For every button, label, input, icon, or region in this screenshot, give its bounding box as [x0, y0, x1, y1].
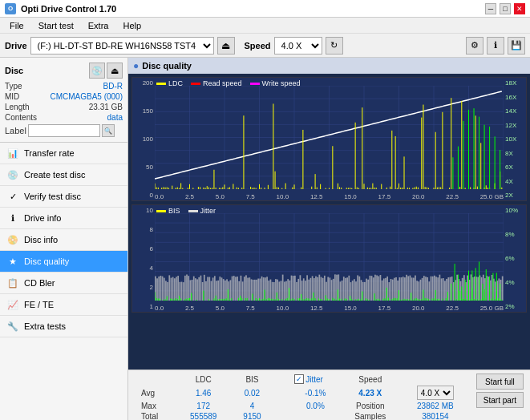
- nav-drive-info[interactable]: ℹ Drive info: [0, 208, 127, 229]
- nav-transfer-rate[interactable]: 📊 Transfer rate: [0, 143, 127, 164]
- disc-label-input[interactable]: [28, 124, 100, 137]
- nav-create-test-disc-label: Create test disc: [24, 170, 85, 180]
- chart-top-x-axis: 0.0 2.5 5.0 7.5 10.0 12.5 15.0 17.5 20.0…: [155, 193, 504, 200]
- disc-contents-value: data: [107, 113, 123, 122]
- drive-info-icon: ℹ: [6, 212, 19, 224]
- menu-file[interactable]: File: [3, 19, 30, 32]
- disc-icon-btn[interactable]: 💿: [89, 63, 105, 79]
- chart-bottom-legend: BIS Jitter: [156, 207, 216, 215]
- max-bis: 4: [231, 401, 273, 411]
- nav-verify-test-disc[interactable]: ✓ Verify test disc: [0, 186, 127, 208]
- position-value: 23862 MB: [401, 401, 470, 411]
- avg-speed-selector[interactable]: 4.0 X: [417, 386, 454, 400]
- legend-bis-dot: [156, 210, 166, 212]
- eject-button[interactable]: ⏏: [217, 37, 235, 55]
- disc-mid-value: CMCMAGBA5 (000): [50, 92, 123, 101]
- legend-ldc-label: LDC: [168, 79, 183, 87]
- stats-row: LDC BIS ✓ Jitter Speed Avg: [135, 374, 524, 420]
- avg-empty: [273, 385, 291, 401]
- chart-top: LDC Read speed Write speed 200 150: [131, 77, 527, 201]
- nav-cd-bler-label: CD Bler: [24, 278, 55, 288]
- chart-bottom-y-left: 10 8 6 4 2 1: [132, 205, 155, 312]
- disc-label-btn[interactable]: 🔍: [102, 124, 115, 137]
- legend-write-dot: [250, 83, 260, 85]
- transfer-rate-icon: 📊: [6, 147, 19, 160]
- disc-type-row: Type BD-R: [5, 82, 123, 91]
- col-speed: Speed: [340, 374, 401, 385]
- jitter-label: Jitter: [305, 375, 323, 384]
- disc-type-label: Type: [5, 82, 22, 91]
- start-full-button[interactable]: Start full: [476, 374, 524, 390]
- disc-eject-btn[interactable]: ⏏: [107, 63, 123, 79]
- jitter-checkbox[interactable]: ✓: [294, 374, 304, 384]
- charts-area: LDC Read speed Write speed 200 150: [128, 74, 530, 370]
- avg-bis: 0.02: [231, 385, 273, 401]
- avg-ldc: 1.46: [176, 385, 230, 401]
- drive-selector[interactable]: (F:) HL-DT-ST BD-RE WH16NS58 TST4: [30, 37, 214, 55]
- max-label: Max: [135, 401, 176, 411]
- disc-length-row: Length 23.31 GB: [5, 103, 123, 111]
- max-jitter: 0.0%: [291, 401, 340, 411]
- minimize-button[interactable]: ─: [485, 3, 496, 14]
- nav-disc-quality[interactable]: ★ Disc quality: [0, 251, 127, 273]
- app-title: Opti Drive Control 1.70: [21, 4, 116, 14]
- position-label: Position: [340, 401, 401, 411]
- nav-extra-tests[interactable]: 🔧 Extra tests: [0, 316, 127, 337]
- disc-info-icon: 📀: [6, 233, 19, 246]
- app-icon: O: [5, 3, 16, 14]
- menu-extra[interactable]: Extra: [82, 19, 115, 32]
- title-bar-left: O Opti Drive Control 1.70: [5, 3, 116, 14]
- nav-drive-info-label: Drive info: [24, 213, 61, 223]
- nav-disc-info-label: Disc info: [24, 235, 58, 244]
- fe-te-icon: 📈: [6, 298, 19, 311]
- menu-start-test[interactable]: Start test: [32, 19, 80, 32]
- speed-selector[interactable]: 4.0 X: [274, 37, 322, 55]
- disc-mid-label: MID: [5, 92, 19, 101]
- nav-cd-bler[interactable]: 📋 CD Bler: [0, 273, 127, 294]
- avg-speed-select: 4.0 X: [401, 385, 470, 401]
- legend-write-label: Write speed: [262, 79, 301, 87]
- bottom-chart-canvas: [155, 213, 504, 301]
- nav-fe-te-label: FE / TE: [24, 300, 54, 309]
- close-button[interactable]: ✕: [514, 3, 525, 14]
- settings-button[interactable]: ⚙: [466, 37, 483, 55]
- menu-bar: File Start test Extra Help: [0, 18, 530, 34]
- avg-jitter: -0.1%: [291, 385, 340, 401]
- save-button[interactable]: 💾: [508, 37, 525, 55]
- title-controls: ─ □ ✕: [485, 3, 525, 14]
- total-empty2: [291, 411, 340, 420]
- nav-fe-te[interactable]: 📈 FE / TE: [0, 294, 127, 316]
- disc-quality-title: Disc quality: [142, 61, 192, 71]
- disc-label-text: Label: [5, 126, 26, 135]
- total-bis: 9150: [231, 411, 273, 420]
- disc-length-label: Length: [5, 103, 30, 111]
- legend-read: Read speed: [191, 79, 242, 87]
- nav-create-test-disc[interactable]: 💿 Create test disc: [0, 164, 127, 186]
- chart-bottom-x-axis: 0.0 2.5 5.0 7.5 10.0 12.5 15.0 17.5 20.0…: [155, 305, 504, 312]
- legend-jitter: Jitter: [188, 207, 216, 215]
- drive-toolbar: Drive (F:) HL-DT-ST BD-RE WH16NS58 TST4 …: [0, 34, 530, 58]
- max-ldc: 172: [176, 401, 230, 411]
- nav-disc-info[interactable]: 📀 Disc info: [0, 229, 127, 251]
- disc-length-value: 23.31 GB: [89, 103, 123, 111]
- maximize-button[interactable]: □: [500, 3, 511, 14]
- legend-write: Write speed: [250, 79, 301, 87]
- col-empty2: [273, 374, 291, 385]
- info-button[interactable]: ℹ: [487, 37, 504, 55]
- start-part-button[interactable]: Start part: [476, 392, 524, 408]
- col-ldc: LDC: [176, 374, 230, 385]
- total-label: Total: [135, 411, 176, 420]
- extra-tests-icon: 🔧: [6, 320, 19, 333]
- chart-bottom: BIS Jitter 10 8 6 4 2 1: [131, 204, 527, 313]
- verify-test-disc-icon: ✓: [6, 190, 19, 203]
- left-panel: Disc 💿 ⏏ Type BD-R MID CMCMAGBA5 (000) L…: [0, 58, 128, 420]
- disc-type-value: BD-R: [103, 82, 123, 91]
- refresh-button[interactable]: ↻: [326, 37, 343, 55]
- samples-label: Samples: [340, 411, 401, 420]
- top-chart-canvas: [155, 86, 504, 189]
- menu-help[interactable]: Help: [116, 19, 148, 32]
- legend-bis-label: BIS: [168, 207, 180, 215]
- disc-header: Disc 💿 ⏏: [5, 63, 123, 79]
- legend-jitter-dot: [188, 210, 198, 212]
- legend-ldc-dot: [156, 83, 166, 85]
